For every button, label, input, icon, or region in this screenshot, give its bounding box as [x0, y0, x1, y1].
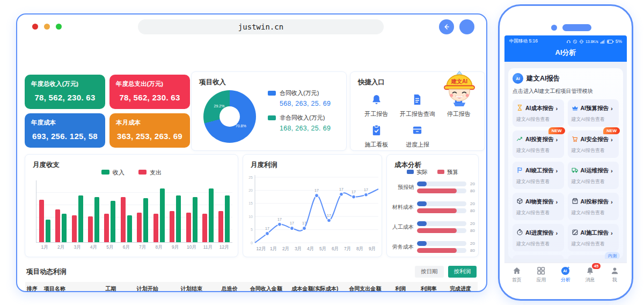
- tile-subtitle: 建文AI报告查看: [572, 241, 616, 248]
- carrier-time: 中国移动 5:16: [509, 38, 538, 45]
- address-bar[interactable]: justwin.cn: [138, 19, 384, 34]
- bar-收入: [193, 197, 197, 242]
- nav-item-分析[interactable]: AI+ 分析: [553, 263, 578, 286]
- bar-value: 80: [466, 228, 475, 233]
- mute-icon: [573, 39, 577, 44]
- tile-name: AI物资报告: [525, 198, 554, 206]
- nav-label: 分析: [561, 277, 570, 284]
- bar-收入: [78, 195, 83, 242]
- nav-item-应用[interactable]: 应用: [529, 263, 554, 286]
- headset-icon: [566, 39, 571, 44]
- bar-fill-预算: [417, 248, 457, 253]
- ai-report-tile[interactable]: NEW AI投资报告 › 建文AI报告查看: [513, 130, 564, 158]
- quick-entry-item[interactable]: 开工报告查询: [397, 93, 438, 118]
- legend-label: 非合同收入(万元): [280, 114, 325, 122]
- signal-icon: [600, 39, 605, 44]
- tile-name: AI进度报告: [525, 229, 554, 237]
- legend-swatch: [101, 170, 109, 175]
- ai-report-tile[interactable]: NEW AI安全报告 › 建文AI报告查看: [568, 130, 619, 158]
- monthly-profit-panel: 月度利润 051015202517171717171717171712月1月2月…: [243, 154, 382, 257]
- bar-value: 20: [466, 181, 475, 186]
- nav-item-消息[interactable]: 45 消息: [578, 263, 603, 286]
- svg-text:17: 17: [277, 217, 282, 221]
- bar-收入: [127, 215, 132, 242]
- bar-fill-预算: [417, 188, 457, 193]
- profit-line-chart: 051015202517171717171717171712月1月2月3月4月5…: [245, 170, 380, 253]
- message-count-badge: 45: [592, 263, 601, 269]
- bar-fill-预算: [417, 228, 457, 233]
- stat-value: 693, 256. 125, 58: [31, 132, 99, 141]
- ai-report-tile[interactable]: 内测 AI招标报告 › 建文AI报告查看: [568, 255, 619, 259]
- tile-name: AI投资报告: [525, 136, 554, 143]
- legend-swatch: [268, 91, 276, 96]
- nav-item-首页[interactable]: 首页: [504, 263, 529, 286]
- svg-text:17: 17: [352, 190, 356, 194]
- desktop-canvas: justwin.cn 年度总收入(万元) 78, 562, 230. 63 年度…: [0, 0, 644, 305]
- legend-item-contract: 合同收入(万元): [268, 89, 331, 97]
- nav-item-我[interactable]: 我: [602, 263, 627, 286]
- phone-mockup: 中国移动 5:16 13.8K/s 5% AI分析: [498, 4, 633, 301]
- stat-label: 年度总收入(万元): [31, 80, 99, 88]
- ai-report-tile[interactable]: AI投标报告 › 建文AI报告查看: [568, 193, 619, 220]
- bell-icon: [370, 93, 383, 108]
- window-minimize-button[interactable]: [44, 24, 50, 30]
- chevron-right-icon: ›: [611, 199, 613, 205]
- cashflow-bar-chart: 1月2月3月4月5月6月7月8月9月10月11月12月: [36, 180, 232, 243]
- ai-report-tile[interactable]: AI成本报告 › 建文AI报告查看: [513, 99, 564, 127]
- column-header: 工期: [96, 282, 126, 292]
- ai-report-tile[interactable]: AI物资报告 › 建文AI报告查看: [513, 193, 564, 220]
- jianwen-ai-logo-icon: AI: [513, 73, 523, 84]
- bar-track: [417, 221, 466, 226]
- gauge-icon: [516, 228, 523, 238]
- kanban-icon: [411, 124, 423, 139]
- window-close-button[interactable]: [32, 24, 38, 30]
- column-header: 项目名称: [42, 282, 96, 292]
- browser-window: justwin.cn 年度总收入(万元) 78, 562, 230. 63 年度…: [16, 13, 487, 292]
- svg-text:5: 5: [251, 228, 253, 231]
- ai-report-tile[interactable]: AI施工报告 › 建文AI报告查看: [568, 224, 619, 251]
- ai-report-card: AI 建文AI报告 点击进入AI建文工程项目管理模块 AI成本报告 › 建文AI…: [508, 68, 623, 259]
- svg-text:5月: 5月: [319, 246, 326, 251]
- ai-report-tile[interactable]: AI合同报告 › 建文AI报告查看: [513, 255, 564, 259]
- filter-by-profit-button[interactable]: 按利润: [448, 266, 477, 278]
- cost-bars: 20 80: [417, 199, 475, 215]
- box-icon: [516, 197, 523, 207]
- bar-收入: [160, 188, 165, 242]
- net-speed-text: 13.8K/s: [586, 40, 598, 43]
- phone-bottom-nav: 首页 应用AI+ 分析45 消息 我: [504, 263, 627, 286]
- quick-entry-item[interactable]: 进度上报: [397, 124, 438, 149]
- tile-name: AI安全报告: [581, 136, 609, 143]
- bar-track: [417, 188, 466, 193]
- column-header: 计划开始: [126, 282, 170, 292]
- svg-text:8月: 8月: [356, 246, 363, 251]
- filter-by-date-button[interactable]: 按日期: [415, 266, 444, 278]
- battery-icon: [607, 39, 614, 44]
- quick-entry-item[interactable]: 施工看板: [356, 124, 397, 149]
- back-button[interactable]: [439, 19, 454, 34]
- bar-group: 1月: [36, 180, 53, 242]
- cost-category-row: 劳务成本 20 80: [391, 239, 475, 255]
- account-button[interactable]: [459, 19, 474, 34]
- cost-bar-line: 20: [417, 221, 475, 226]
- cost-category-row: 人工成本 20 80: [391, 219, 475, 235]
- tile-subtitle: 建文AI报告查看: [572, 209, 616, 216]
- window-zoom-button[interactable]: [56, 24, 62, 30]
- bar-track: [417, 181, 466, 186]
- ai-report-tile[interactable]: AI竣工报告 › 建文AI报告查看: [513, 162, 564, 189]
- legend-value: 568, 263, 25. 69: [280, 100, 331, 107]
- x-tick-label: 10月: [187, 244, 196, 251]
- bar-fill-预算: [417, 208, 457, 213]
- cost-bar-line: 80: [417, 188, 475, 193]
- quick-entry-item[interactable]: 开工报告: [356, 93, 397, 118]
- ai-report-tile[interactable]: AI进度报告 › 建文AI报告查看: [513, 224, 564, 251]
- beta-badge: 内测: [605, 252, 620, 259]
- traffic-lights: [32, 24, 62, 30]
- nav-label: 应用: [536, 277, 546, 284]
- bar-支出: [202, 214, 207, 242]
- ai-report-tile[interactable]: AI预算报告 › 建文AI报告查看: [568, 99, 619, 127]
- legend-swatch: [138, 170, 147, 175]
- bar-收入: [111, 201, 115, 242]
- ai-report-tile[interactable]: AI运维报告 › 建文AI报告查看: [568, 162, 619, 189]
- cost-analysis-panel: 成本分析 实际预算 预报销 20 80材料成本 20 80人工成本 20: [386, 154, 479, 257]
- nav-label: 首页: [512, 277, 522, 284]
